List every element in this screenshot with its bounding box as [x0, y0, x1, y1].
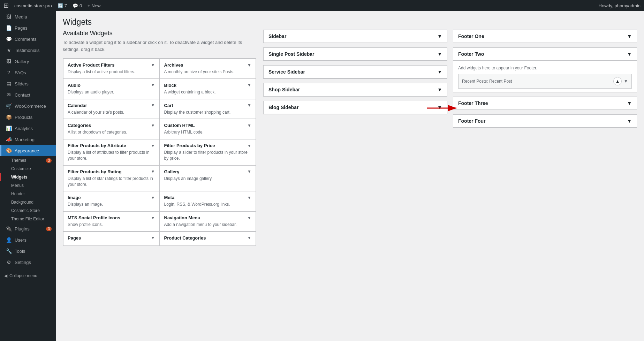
widget-active-product-filters[interactable]: Active Product Filters ▼ Display a list …: [63, 59, 160, 79]
sidebar-panel-footer-two: Footer Two ▼ Add widgets here to appear …: [453, 47, 637, 92]
settings-icon: ⚙: [6, 259, 12, 265]
adminbar-updates[interactable]: 🔄 7: [58, 3, 67, 8]
left-sidebars-col: Sidebar ▼ Single Post Sidebar ▼: [263, 30, 447, 119]
sidebar-panel-blog-header[interactable]: Blog Sidebar ▼: [264, 101, 447, 114]
widget-move-up-button[interactable]: ▲: [613, 77, 622, 85]
sidebar-panel-shop-header[interactable]: Shop Sidebar ▼: [264, 83, 447, 96]
widget-cart[interactable]: Cart ▼ Display the customer shopping car…: [160, 99, 256, 119]
chevron-down-icon: ▼: [247, 143, 251, 148]
sidebar-panel-footer-three-header[interactable]: Footer Three ▼: [453, 97, 637, 110]
submenu-item-customize[interactable]: Customize: [0, 165, 56, 173]
sidebar-item-woocommerce[interactable]: 🛒 WooCommerce: [0, 100, 56, 112]
sidebar-item-sliders[interactable]: ▤ Sliders: [0, 78, 56, 89]
widget-image[interactable]: Image ▼ Displays an image.: [63, 191, 160, 211]
right-sidebars-col: Footer One ▼ Footer Two ▼ Add widget: [453, 30, 637, 132]
sidebar-item-appearance[interactable]: 🎨 Appearance: [0, 145, 56, 156]
sidebar-panel-service-header[interactable]: Service Sidebar ▼: [264, 66, 447, 78]
submenu-item-widgets[interactable]: Widgets: [0, 173, 56, 181]
chevron-down-icon: ▼: [151, 169, 155, 174]
sidebar-panel-footer-two-header[interactable]: Footer Two ▼: [453, 48, 637, 61]
sidebar-item-tools[interactable]: 🔧 Tools: [0, 245, 56, 257]
chevron-down-icon: ▼: [151, 215, 155, 220]
chevron-down-icon: ▼: [247, 195, 251, 200]
users-icon: 👤: [6, 237, 12, 243]
sidebar-panel-shop: Shop Sidebar ▼: [263, 83, 447, 97]
plugins-icon: 🔌: [6, 226, 12, 232]
widget-audio[interactable]: Audio ▼ Displays an audio player.: [63, 79, 160, 99]
collapse-icon: ◀: [4, 273, 7, 278]
chevron-down-icon: ▼: [437, 105, 442, 110]
sidebar-panel-footer-four-header[interactable]: Footer Four ▼: [453, 115, 637, 128]
sidebar-panel-footer-one: Footer One ▼: [453, 30, 637, 43]
chevron-down-icon: ▼: [437, 69, 442, 75]
sidebar-item-plugins[interactable]: 🔌 Plugins 3: [0, 223, 56, 234]
submenu-item-background[interactable]: Background: [0, 198, 56, 206]
chevron-down-icon: ▼: [151, 63, 155, 68]
widget-block[interactable]: Block ▼ A widget containing a block.: [160, 79, 256, 99]
sidebar-item-users[interactable]: 👤 Users: [0, 234, 56, 245]
sidebar-panel-sidebar-header[interactable]: Sidebar ▼: [264, 30, 447, 43]
submenu-item-cosmetic-store[interactable]: Cosmetic Store: [0, 206, 56, 215]
chevron-down-icon: ▼: [247, 169, 251, 174]
chevron-down-icon: ▼: [627, 100, 632, 106]
sidebar-item-settings[interactable]: ⚙ Settings: [0, 257, 56, 268]
page-title: Widgets: [63, 15, 637, 27]
chevron-down-icon: ▼: [247, 235, 251, 240]
gallery-icon: 🖼: [6, 59, 12, 64]
sidebar-item-faqs[interactable]: ? FAQs: [0, 67, 56, 78]
chevron-down-icon: ▼: [151, 195, 155, 200]
adminbar-new[interactable]: + New: [88, 3, 100, 8]
widget-categories[interactable]: Categories ▼ A list or dropdown of categ…: [63, 119, 160, 139]
faqs-icon: ?: [6, 70, 12, 75]
widget-meta[interactable]: Meta ▼ Login, RSS, & WordPress.org links…: [160, 191, 256, 211]
recent-posts-label: Recent Posts: Recent Post: [462, 79, 512, 84]
chevron-down-icon: ▼: [247, 103, 251, 108]
sidebar-item-products[interactable]: 📦 Products: [0, 112, 56, 123]
products-icon: 📦: [6, 114, 12, 120]
chevron-down-icon: ▼: [627, 118, 632, 124]
sidebar-item-testimonials[interactable]: ★ Testimonials: [0, 45, 56, 56]
sidebar-panel-single-post: Single Post Sidebar ▼: [263, 47, 447, 61]
sidebar-item-gallery[interactable]: 🖼 Gallery: [0, 56, 56, 67]
sidebar-item-analytics[interactable]: 📊 Analytics: [0, 123, 56, 134]
chevron-down-icon: ▼: [624, 79, 628, 84]
sidebar-panel-footer-two-body: Add widgets here to appear in your Foote…: [453, 61, 637, 92]
sidebar-item-pages[interactable]: 📄 Pages: [0, 22, 56, 33]
testimonials-icon: ★: [6, 47, 12, 53]
sidebar-item-contact[interactable]: ✉ Contact: [0, 89, 56, 100]
widget-mts-social-profile-icons[interactable]: MTS Social Profile Icons ▼ Show profile …: [63, 211, 160, 232]
sidebar-panel-footer-one-header[interactable]: Footer One ▼: [453, 30, 637, 43]
adminbar-comments[interactable]: 💬 0: [73, 3, 82, 8]
submenu-item-menus[interactable]: Menus: [0, 181, 56, 190]
sidebar-panel-single-post-header[interactable]: Single Post Sidebar ▼: [264, 48, 447, 61]
recent-posts-widget[interactable]: Recent Posts: Recent Post ▲ ▼: [458, 74, 632, 89]
submenu-item-header[interactable]: Header: [0, 190, 56, 198]
collapse-menu-button[interactable]: ◀ Collapse menu: [0, 271, 56, 281]
sidebar-panel-footer-three: Footer Three ▼: [453, 97, 637, 110]
widget-gallery[interactable]: Gallery ▼ Displays an image gallery.: [160, 165, 256, 191]
footer-two-add-text: Add widgets here to appear in your Foote…: [458, 64, 632, 72]
submenu-item-theme-file-editor[interactable]: Theme File Editor: [0, 215, 56, 223]
submenu-item-themes[interactable]: Themes 3: [0, 156, 56, 165]
sidebar-panel-footer-four: Footer Four ▼: [453, 114, 637, 128]
widget-archives[interactable]: Archives ▼ A monthly archive of your sit…: [160, 59, 256, 79]
widget-custom-html[interactable]: Custom HTML ▼ Arbitrary HTML code.: [160, 119, 256, 139]
widget-pages[interactable]: Pages ▼: [63, 232, 160, 246]
main-content: Widgets Available Widgets To activate a …: [56, 11, 644, 341]
adminbar-site-name[interactable]: cosmetic-store-pro: [14, 3, 52, 8]
pages-icon: 📄: [6, 25, 12, 31]
sidebar-panel-service: Service Sidebar ▼: [263, 65, 447, 79]
media-icon: 🖼: [6, 14, 12, 20]
widget-filter-products-by-price[interactable]: Filter Products by Price ▼ Display a sli…: [160, 139, 256, 165]
widget-product-categories[interactable]: Product Categories ▼: [160, 232, 256, 246]
chevron-down-icon: ▼: [247, 123, 251, 128]
sidebar-item-marketing[interactable]: 📣 Marketing: [0, 134, 56, 145]
widget-calendar[interactable]: Calendar ▼ A calendar of your site's pos…: [63, 99, 160, 119]
available-widgets-title: Available Widgets: [63, 30, 256, 37]
sidebar-item-comments[interactable]: 💬 Comments: [0, 33, 56, 45]
wp-logo-icon[interactable]: ⊞: [3, 2, 9, 9]
widget-filter-products-by-rating[interactable]: Filter Products by Rating ▼ Display a li…: [63, 165, 160, 191]
widget-navigation-menu[interactable]: Navigation Menu ▼ Add a navigation menu …: [160, 211, 256, 232]
widget-filter-products-by-attribute[interactable]: Filter Products by Attribute ▼ Display a…: [63, 139, 160, 165]
sidebar-item-media[interactable]: 🖼 Media: [0, 11, 56, 22]
